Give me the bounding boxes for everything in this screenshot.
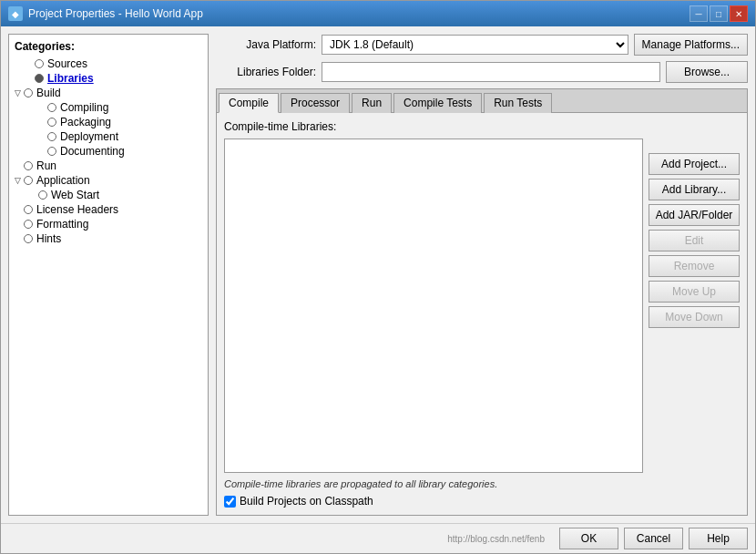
libraries-folder-row: Libraries Folder: Browse... [216, 61, 748, 83]
label-deployment: Deployment [58, 130, 118, 143]
expander-compiling [35, 101, 47, 114]
label-documenting: Documenting [58, 145, 125, 158]
bullet-build [24, 88, 33, 97]
label-application: Application [35, 174, 90, 187]
title-buttons: ─ □ ✕ [690, 5, 748, 22]
build-classpath-checkbox[interactable] [224, 496, 236, 508]
bullet-libraries [35, 74, 44, 83]
bullet-hints [24, 234, 33, 243]
expander-build: ▽ [11, 87, 24, 99]
tree-item-license[interactable]: License Headers [9, 202, 208, 217]
cancel-button[interactable]: Cancel [624, 528, 683, 549]
expander-formatting [11, 218, 24, 231]
title-bar: ◆ Project Properties - Hello World App ─… [1, 1, 755, 26]
main-content: Categories: Sources Libraries ▽ [1, 26, 755, 523]
expander-hints [11, 232, 24, 245]
bullet-compiling [47, 103, 56, 112]
libraries-panel: Add Project... Add Library... Add JAR/Fo… [224, 138, 740, 473]
tree-item-run[interactable]: Run [9, 159, 208, 173]
library-area [224, 138, 643, 473]
bottom-note: http://blog.csdn.net/fenb [8, 534, 554, 544]
help-button[interactable]: Help [689, 528, 748, 549]
bullet-documenting [47, 147, 56, 156]
add-jar-folder-button[interactable]: Add JAR/Folder [649, 204, 740, 226]
libraries-folder-input[interactable] [322, 62, 660, 82]
tab-run-tests[interactable]: Run Tests [484, 93, 552, 113]
bullet-application [24, 176, 33, 185]
tab-compile[interactable]: Compile [219, 93, 279, 113]
expander-documenting [35, 145, 47, 158]
tree-item-libraries[interactable]: Libraries [9, 71, 208, 86]
expander-license [11, 203, 24, 216]
add-library-button[interactable]: Add Library... [649, 179, 740, 200]
label-build: Build [35, 87, 61, 99]
compile-libraries-list[interactable] [224, 138, 643, 473]
tree-item-build[interactable]: ▽ Build [9, 86, 208, 100]
tree-item-hints[interactable]: Hints [9, 231, 208, 246]
libraries-folder-label: Libraries Folder: [216, 66, 316, 78]
bullet-webstart [38, 190, 47, 200]
close-button[interactable]: ✕ [730, 5, 748, 22]
remove-button[interactable]: Remove [649, 255, 740, 277]
tab-compile-tests[interactable]: Compile Tests [393, 93, 482, 113]
label-webstart: Web Start [49, 189, 99, 201]
label-hints: Hints [35, 232, 61, 245]
java-platform-label: Java Platform: [216, 38, 316, 51]
label-sources: Sources [46, 57, 87, 70]
compile-info-text: Compile-time libraries are propagated to… [224, 478, 740, 489]
label-packaging: Packaging [58, 116, 111, 128]
minimize-button[interactable]: ─ [690, 5, 708, 22]
tree-item-sources[interactable]: Sources [9, 56, 208, 71]
tree-item-webstart[interactable]: Web Start [9, 188, 208, 202]
expander-sources [22, 57, 35, 70]
label-license: License Headers [35, 203, 118, 216]
java-platform-select[interactable]: JDK 1.8 (Default) [322, 35, 628, 55]
bullet-formatting [24, 220, 33, 229]
tree-item-formatting[interactable]: Formatting [9, 217, 208, 231]
window-title: Project Properties - Hello World App [28, 7, 203, 20]
edit-button[interactable]: Edit [649, 230, 740, 251]
categories-panel: Categories: Sources Libraries ▽ [8, 34, 209, 516]
expander-packaging [35, 116, 47, 128]
bottom-bar: http://blog.csdn.net/fenb OK Cancel Help [1, 523, 755, 553]
label-formatting: Formatting [35, 218, 88, 231]
bullet-sources [35, 59, 44, 68]
expander-deployment [35, 130, 47, 143]
bullet-packaging [47, 118, 56, 127]
tree-item-packaging[interactable]: Packaging [9, 115, 208, 129]
project-properties-dialog: ◆ Project Properties - Hello World App ─… [0, 0, 756, 554]
manage-platforms-button[interactable]: Manage Platforms... [634, 34, 748, 56]
label-run: Run [35, 159, 56, 172]
build-classpath-label: Build Projects on Classpath [240, 495, 373, 508]
tree-item-application[interactable]: ▽ Application [9, 173, 208, 188]
bullet-deployment [47, 132, 56, 141]
tree-item-compiling[interactable]: Compiling [9, 100, 208, 115]
tab-run[interactable]: Run [352, 93, 392, 113]
java-platform-row: Java Platform: JDK 1.8 (Default) Manage … [216, 34, 748, 56]
bullet-run [24, 161, 33, 170]
expander-webstart [26, 189, 38, 201]
bullet-license [24, 205, 33, 214]
label-libraries: Libraries [46, 72, 94, 85]
tabs: Compile Processor Run Compile Tests Run … [217, 89, 747, 113]
tree-item-deployment[interactable]: Deployment [9, 129, 208, 144]
app-icon: ◆ [8, 6, 23, 21]
ok-button[interactable]: OK [559, 528, 618, 549]
maximize-button[interactable]: □ [710, 5, 728, 22]
categories-label: Categories: [9, 38, 208, 56]
tree-item-documenting[interactable]: Documenting [9, 144, 208, 159]
expander-libraries [22, 72, 35, 85]
tab-processor[interactable]: Processor [281, 93, 350, 113]
expander-run [11, 159, 24, 172]
right-panel: Java Platform: JDK 1.8 (Default) Manage … [216, 34, 748, 516]
expander-application: ▽ [11, 174, 24, 187]
tab-panel: Compile Processor Run Compile Tests Run … [216, 88, 748, 516]
title-bar-left: ◆ Project Properties - Hello World App [8, 6, 203, 21]
compile-libraries-label: Compile-time Libraries: [224, 120, 740, 133]
add-project-button[interactable]: Add Project... [649, 153, 740, 175]
browse-button[interactable]: Browse... [666, 61, 748, 83]
move-down-button[interactable]: Move Down [649, 306, 740, 328]
side-buttons: Add Project... Add Library... Add JAR/Fo… [649, 138, 740, 473]
label-compiling: Compiling [58, 101, 108, 114]
move-up-button[interactable]: Move Up [649, 281, 740, 303]
